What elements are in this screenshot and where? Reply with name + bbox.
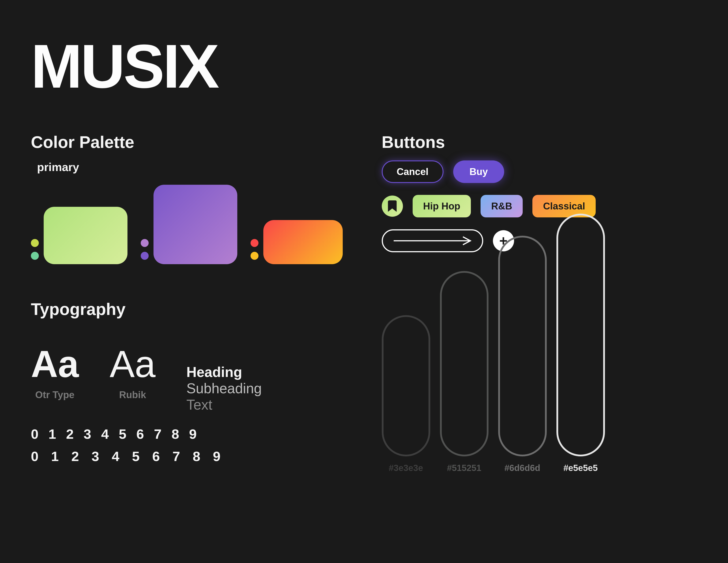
swatch-orange-group [251, 220, 343, 264]
numerals-2: 0 1 2 3 4 5 6 7 8 9 [31, 449, 346, 464]
swatch-orange [263, 220, 343, 264]
buy-button[interactable]: Buy [453, 160, 504, 183]
gray-bar [382, 315, 430, 456]
brand-logo: MUSIX [31, 35, 697, 97]
swatch-purple-group [141, 185, 237, 264]
gray-bar-label: #3e3e3e [382, 463, 430, 473]
dot-orange-2 [251, 252, 258, 260]
gray-bar [440, 271, 488, 456]
typo-font1-col: Aa Otr Type [31, 345, 79, 400]
swatch-purple [153, 185, 237, 264]
palette-title: Color Palette [31, 132, 346, 152]
gray-bar-col: #6d6d6d [498, 236, 547, 473]
typo-sample-1: Aa [31, 345, 79, 383]
numerals-1: 0 1 2 3 4 5 6 7 8 9 [31, 426, 346, 442]
typo-font2-col: Aa Rubik [110, 345, 155, 400]
swatch-green [44, 207, 127, 264]
dot-purple-2 [141, 252, 149, 260]
typo-font2-label: Rubik [110, 389, 155, 400]
gray-bar-label: #e5e5e5 [556, 463, 605, 473]
buttons-title: Buttons [382, 132, 697, 152]
typo-text-col: Heading Subheading Text [186, 364, 262, 413]
gray-bar-col: #515251 [440, 271, 488, 473]
gray-bar [498, 236, 547, 456]
bookmark-icon [388, 200, 397, 212]
gray-bars: #3e3e3e#515251#6d6d6d#e5e5e5 [382, 214, 605, 473]
swatch-row [31, 185, 346, 264]
typo-text: Text [186, 397, 262, 413]
typo-font1-label: Otr Type [31, 389, 79, 400]
gray-bar-col: #3e3e3e [382, 315, 430, 473]
gray-bar-label: #515251 [440, 463, 488, 473]
dot-orange-1 [251, 239, 258, 247]
typo-sample-2: Aa [110, 345, 155, 383]
palette-primary-label: primary [37, 160, 346, 174]
typo-heading: Heading [186, 364, 262, 380]
gray-bar-col: #e5e5e5 [556, 214, 605, 473]
swatch-green-group [31, 207, 127, 264]
cancel-button[interactable]: Cancel [382, 160, 444, 183]
gray-bar-label: #6d6d6d [498, 463, 547, 473]
typo-subheading: Subheading [186, 380, 262, 397]
dot-green-1 [31, 239, 39, 247]
dot-green-2 [31, 252, 39, 260]
dot-purple-1 [141, 239, 149, 247]
gray-bar [556, 214, 605, 456]
typography-title: Typography [31, 300, 346, 319]
